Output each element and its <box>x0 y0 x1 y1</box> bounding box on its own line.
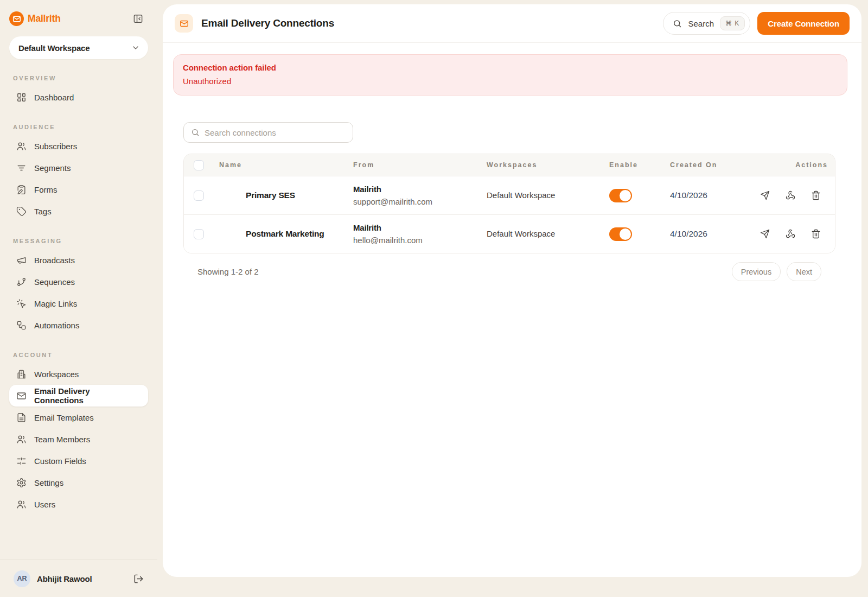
sidebar-item-team-members[interactable]: Team Members <box>9 428 148 450</box>
from-email: support@mailrith.com <box>353 197 487 206</box>
workspace-selector[interactable]: Default Workspace <box>9 36 148 59</box>
global-search-label: Search <box>688 19 714 28</box>
sidebar-item-tags[interactable]: Tags <box>9 200 148 222</box>
cell-name: Primary SES <box>219 190 353 200</box>
create-connection-button[interactable]: Create Connection <box>757 12 850 35</box>
sidebar-item-segments[interactable]: Segments <box>9 157 148 179</box>
sidebar-item-label: Broadcasts <box>34 256 75 265</box>
column-header-name: Name <box>219 161 353 169</box>
connections-search-input[interactable] <box>205 128 346 137</box>
users-icon <box>16 499 27 510</box>
git-branch-icon <box>16 277 27 287</box>
toggle-knob <box>620 190 631 201</box>
sidebar-item-broadcasts[interactable]: Broadcasts <box>9 249 148 271</box>
connections-search <box>183 122 353 143</box>
trash-icon[interactable] <box>811 190 821 201</box>
main-panel: Email Delivery Connections Search ⌘ K Cr… <box>163 4 861 577</box>
gear-icon <box>16 478 27 488</box>
sidebar-item-dashboard[interactable]: Dashboard <box>9 86 148 108</box>
column-header-enable: Enable <box>609 161 670 169</box>
sidebar-collapse-icon[interactable] <box>133 14 143 24</box>
app-root: Mailrith Default Workspace OVERVIEW Dash… <box>0 0 868 597</box>
sidebar-item-label: Email Delivery Connections <box>34 386 141 405</box>
table-row: Primary SES Mailrith support@mailrith.co… <box>184 176 835 214</box>
sidebar-user: AR Abhijit Rawool <box>0 560 157 597</box>
brand-name: Mailrith <box>28 13 61 24</box>
sidebar-item-label: Dashboard <box>34 93 74 102</box>
next-page-button[interactable]: Next <box>787 262 821 281</box>
cell-from: Mailrith hello@mailrith.com <box>353 223 487 245</box>
select-all-checkbox[interactable] <box>194 160 204 170</box>
clipboard-pen-icon <box>16 185 27 195</box>
previous-page-button[interactable]: Previous <box>732 262 781 281</box>
toggle-knob <box>620 228 631 240</box>
pagination-controls: Previous Next <box>732 262 821 281</box>
enable-toggle[interactable] <box>609 227 632 241</box>
table-footer: Showing 1-2 of 2 Previous Next <box>183 262 835 281</box>
cell-enable <box>609 227 670 241</box>
brand-logo: Mailrith <box>9 11 61 26</box>
mail-icon <box>175 14 193 33</box>
sidebar-nav: OVERVIEW Dashboard AUDIENCE Subscribers … <box>0 59 157 515</box>
cell-created-on: 4/10/2026 <box>670 229 749 239</box>
building-icon <box>16 369 27 379</box>
sidebar-item-forms[interactable]: Forms <box>9 179 148 200</box>
created-on-value: 4/10/2026 <box>670 190 707 200</box>
cell-workspaces: Default Workspace <box>487 229 609 239</box>
user-name: Abhijit Rawool <box>37 574 127 583</box>
sidebar-item-users[interactable]: Users <box>9 493 148 515</box>
sidebar-item-custom-fields[interactable]: Custom Fields <box>9 450 148 472</box>
logout-icon[interactable] <box>133 573 144 584</box>
connection-name: Postmark Marketing <box>246 229 324 238</box>
sidebar-item-automations[interactable]: Automations <box>9 314 148 336</box>
error-alert-title: Connection action failed <box>183 63 838 72</box>
sidebar-item-label: Sequences <box>34 277 75 287</box>
section-label-account: ACCOUNT <box>13 352 144 358</box>
page-header: Email Delivery Connections Search ⌘ K Cr… <box>163 4 861 43</box>
cell-name: Postmark Marketing <box>219 229 353 239</box>
column-header-actions: Actions <box>749 161 835 169</box>
filter-lines-icon <box>16 163 27 173</box>
file-text-icon <box>16 412 27 423</box>
mail-logo-icon <box>9 11 24 26</box>
global-search-button[interactable]: Search ⌘ K <box>663 12 750 35</box>
trash-icon[interactable] <box>811 229 821 239</box>
send-icon[interactable] <box>760 229 770 239</box>
send-icon[interactable] <box>760 190 770 201</box>
sidebar-item-label: Subscribers <box>34 142 77 151</box>
from-email: hello@mailrith.com <box>353 236 487 245</box>
sidebar: Mailrith Default Workspace OVERVIEW Dash… <box>0 0 157 597</box>
table-row: Postmark Marketing Mailrith hello@mailri… <box>184 214 835 253</box>
section-label-audience: AUDIENCE <box>13 124 144 130</box>
sidebar-item-sequences[interactable]: Sequences <box>9 271 148 293</box>
section-label-messaging: MESSAGING <box>13 238 144 244</box>
column-header-workspaces: Workspaces <box>487 161 609 169</box>
search-icon <box>191 128 200 137</box>
sidebar-item-magic-links[interactable]: Magic Links <box>9 293 148 314</box>
webhook-icon[interactable] <box>786 190 795 201</box>
sidebar-item-email-templates[interactable]: Email Templates <box>9 407 148 428</box>
sidebar-item-label: Forms <box>34 185 58 194</box>
sidebar-item-workspaces[interactable]: Workspaces <box>9 363 148 385</box>
sidebar-item-label: Email Templates <box>34 413 94 422</box>
sidebar-item-settings[interactable]: Settings <box>9 472 148 493</box>
error-alert-message: Unauthorized <box>183 77 838 86</box>
cell-workspaces: Default Workspace <box>487 190 609 200</box>
sidebar-item-email-delivery-connections[interactable]: Email Delivery Connections <box>9 385 148 407</box>
row-checkbox-cell <box>184 229 219 239</box>
workflow-icon <box>16 320 27 331</box>
enable-toggle[interactable] <box>609 189 632 202</box>
webhook-icon[interactable] <box>786 229 795 239</box>
sidebar-item-label: Segments <box>34 163 71 173</box>
sidebar-item-subscribers[interactable]: Subscribers <box>9 135 148 157</box>
sidebar-header: Mailrith <box>0 0 157 26</box>
page-title: Email Delivery Connections <box>201 17 334 29</box>
row-checkbox[interactable] <box>194 190 204 201</box>
sidebar-item-label: Magic Links <box>34 299 77 308</box>
cell-from: Mailrith support@mailrith.com <box>353 185 487 206</box>
sidebar-item-label: Custom Fields <box>34 456 86 466</box>
connections-table: Name From Workspaces Enable Created On A… <box>183 154 835 253</box>
table-header-row: Name From Workspaces Enable Created On A… <box>184 154 835 176</box>
cell-enable <box>609 189 670 202</box>
row-checkbox[interactable] <box>194 229 204 239</box>
